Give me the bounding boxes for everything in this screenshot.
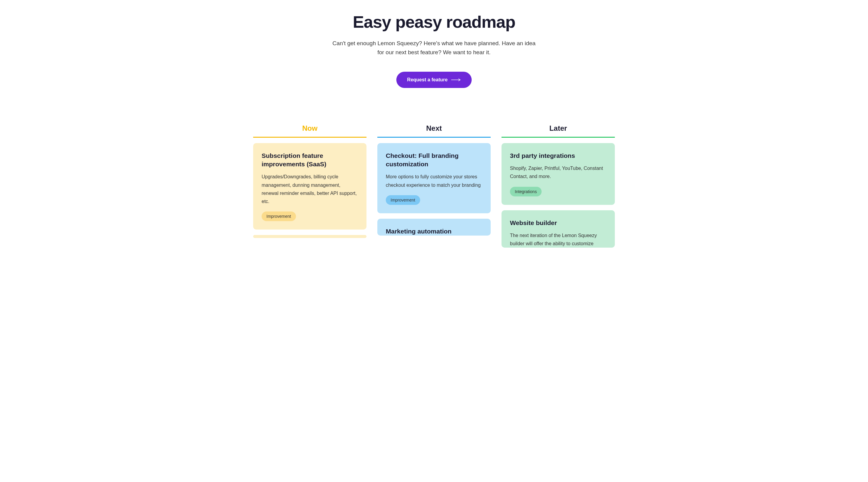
- card-tag: Improvement: [386, 195, 420, 205]
- page-header: Easy peasy roadmap Can't get enough Lemo…: [253, 12, 615, 88]
- arrow-right-icon: [451, 78, 461, 81]
- card-title: Checkout: Full branding customization: [386, 152, 482, 169]
- cta-label: Request a feature: [407, 77, 447, 83]
- roadmap-card[interactable]: 3rd party integrations Shopify, Zapier, …: [501, 143, 615, 205]
- column-header-later: Later: [501, 124, 615, 138]
- card-description: More options to fully customize your sto…: [386, 172, 482, 189]
- page-subtitle: Can't get enough Lemon Squeezy? Here's w…: [329, 39, 539, 57]
- roadmap-card[interactable]: [253, 235, 367, 238]
- card-description: Shopify, Zapier, Printful, YouTube, Cons…: [510, 164, 607, 181]
- roadmap-columns: Now Subscription feature improvements (S…: [253, 124, 615, 253]
- column-header-now: Now: [253, 124, 367, 138]
- column-now: Now Subscription feature improvements (S…: [253, 124, 367, 253]
- column-header-next: Next: [377, 124, 491, 138]
- column-later: Later 3rd party integrations Shopify, Za…: [501, 124, 615, 253]
- request-feature-button[interactable]: Request a feature: [396, 72, 472, 88]
- roadmap-card[interactable]: Marketing automation: [377, 219, 491, 235]
- card-title: Subscription feature improvements (SaaS): [261, 152, 358, 169]
- card-tag: Improvement: [261, 212, 296, 221]
- card-title: Marketing automation: [386, 227, 482, 235]
- card-title: 3rd party integrations: [510, 152, 607, 160]
- roadmap-card[interactable]: Subscription feature improvements (SaaS)…: [253, 143, 367, 230]
- card-description: Upgrades/Downgrades, billing cycle manag…: [261, 172, 358, 205]
- column-next: Next Checkout: Full branding customizati…: [377, 124, 491, 253]
- page-title: Easy peasy roadmap: [253, 12, 615, 32]
- card-description: The next iteration of the Lemon Squeezy …: [510, 231, 607, 248]
- card-tag: Integrations: [510, 187, 541, 196]
- card-title: Website builder: [510, 219, 607, 227]
- roadmap-card[interactable]: Website builder The next iteration of th…: [501, 210, 615, 248]
- roadmap-card[interactable]: Checkout: Full branding customization Mo…: [377, 143, 491, 213]
